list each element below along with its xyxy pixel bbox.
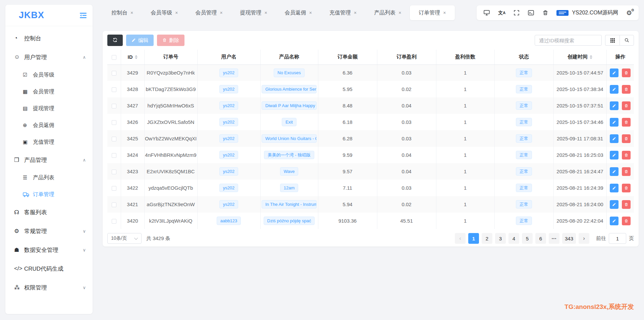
translate-icon[interactable]: 文A (498, 10, 505, 15)
search-button[interactable] (620, 35, 634, 46)
row-checkbox[interactable] (112, 87, 116, 92)
row-delete-button[interactable] (622, 134, 631, 143)
sidebar-item[interactable]: ☑ 会员等级 (5, 66, 93, 83)
column-header[interactable]: 盈利倍数 (436, 50, 494, 64)
sidebar-item[interactable]: ☗ 数据安全管理 ∨ (5, 240, 93, 259)
tab[interactable]: 订单管理 × (410, 5, 454, 20)
row-checkbox[interactable] (112, 170, 116, 174)
sidebar-item[interactable]: ▣ 充值管理 (5, 134, 93, 150)
tab[interactable]: 会员返佣 × (276, 5, 321, 20)
goto-page-input[interactable] (609, 233, 626, 244)
row-edit-button[interactable] (610, 134, 619, 143)
row-edit-button[interactable] (610, 85, 619, 94)
row-delete-button[interactable] (622, 118, 631, 127)
page-button[interactable]: 343 (562, 233, 576, 244)
row-checkbox[interactable] (112, 104, 116, 108)
row-delete-button[interactable] (622, 101, 631, 110)
row-edit-button[interactable] (610, 151, 619, 159)
username-badge[interactable]: ys202 (219, 151, 238, 159)
refresh-button[interactable] (107, 35, 123, 46)
row-delete-button[interactable] (622, 151, 631, 159)
product-badge[interactable]: In The Air Tonight - Instrume (262, 200, 317, 209)
fullscreen-icon[interactable] (514, 10, 520, 16)
page-button[interactable]: 1 (468, 233, 479, 244)
prev-page-button[interactable]: ‹ (455, 233, 466, 244)
terminal-icon[interactable] (528, 9, 534, 16)
row-delete-button[interactable] (622, 200, 631, 209)
sidebar-item[interactable]: ⚙ 常规管理 ∨ (5, 222, 93, 240)
tab[interactable]: 会员等级 × (142, 5, 186, 20)
row-checkbox[interactable] (112, 71, 116, 76)
sort-icon[interactable] (135, 55, 138, 59)
row-delete-button[interactable] (622, 167, 631, 176)
row-edit-button[interactable] (610, 101, 619, 110)
row-delete-button[interactable] (622, 184, 631, 192)
column-header[interactable]: 订单号 (144, 50, 197, 64)
row-checkbox[interactable] (112, 219, 116, 224)
username-badge[interactable]: ys202 (219, 184, 238, 192)
column-header[interactable]: 产品名称 (260, 50, 318, 64)
close-icon[interactable]: × (220, 10, 222, 15)
sort-icon[interactable] (590, 55, 592, 59)
close-icon[interactable]: × (398, 10, 401, 15)
close-icon[interactable]: × (443, 10, 446, 15)
sidebar-collapse-icon[interactable] (80, 12, 87, 18)
close-icon[interactable]: × (130, 10, 133, 15)
row-delete-button[interactable] (622, 217, 631, 225)
page-button[interactable]: ••• (549, 233, 559, 244)
delete-button[interactable]: 删除 (157, 35, 184, 46)
product-badge[interactable]: 12am (280, 184, 299, 192)
gear-icon[interactable]: ⚙⚙ (626, 10, 632, 16)
sidebar-item[interactable]: ▦ 会员管理 (5, 83, 93, 100)
close-icon[interactable]: × (309, 10, 312, 15)
sidebar-item[interactable]: ☰ 产品列表 (5, 169, 93, 186)
row-checkbox[interactable] (112, 153, 116, 158)
row-delete-button[interactable] (622, 85, 631, 94)
page-button[interactable]: 2 (482, 233, 492, 244)
page-button[interactable]: 6 (535, 233, 546, 244)
page-button[interactable]: 5 (522, 233, 533, 244)
username-badge[interactable]: ys202 (219, 167, 238, 176)
row-edit-button[interactable] (610, 167, 619, 176)
next-page-button[interactable]: › (579, 233, 589, 244)
row-edit-button[interactable] (610, 184, 619, 192)
username-badge[interactable]: ys202 (219, 101, 238, 110)
columns-grid-button[interactable] (605, 35, 620, 46)
tab[interactable]: 充值管理 × (321, 5, 365, 20)
row-checkbox[interactable] (112, 137, 116, 141)
tab[interactable]: 产品列表 × (365, 5, 410, 20)
row-edit-button[interactable] (610, 118, 619, 127)
row-checkbox[interactable] (112, 120, 116, 125)
product-badge[interactable]: Glorious Ambience for Serio (262, 85, 317, 94)
page-button[interactable]: 3 (495, 233, 506, 244)
page-size-select[interactable]: 10条/页 (107, 233, 142, 244)
username-badge[interactable]: ys202 (219, 200, 238, 209)
username-badge[interactable]: ys202 (219, 134, 238, 143)
edit-button[interactable]: 编辑 (126, 35, 154, 46)
sidebar-item[interactable]: </> CRUD代码生成 (5, 259, 93, 278)
username-badge[interactable]: aabb123 (217, 217, 241, 225)
row-delete-button[interactable] (622, 68, 631, 77)
username-badge[interactable]: ys202 (219, 118, 238, 127)
close-icon[interactable]: × (175, 10, 178, 15)
product-badge[interactable]: World Union No Guitars - O (262, 134, 317, 143)
row-edit-button[interactable] (610, 217, 619, 225)
column-header[interactable]: 订单金额 (318, 50, 377, 64)
product-badge[interactable]: Dziś późno pójdę spać (264, 217, 315, 225)
column-header[interactable]: 订单盈利 (377, 50, 436, 64)
tab[interactable]: 提现管理 × (231, 5, 276, 20)
sidebar-item[interactable]: ◔ 控制台 (5, 29, 93, 48)
row-checkbox[interactable] (112, 186, 116, 191)
sidebar-item[interactable]: 订单管理 (5, 186, 93, 203)
row-edit-button[interactable] (610, 200, 619, 209)
select-all-checkbox[interactable] (112, 55, 116, 60)
row-edit-button[interactable] (610, 68, 619, 77)
column-header[interactable]: 用户名 (197, 50, 260, 64)
tab[interactable]: 会员管理 × (186, 5, 231, 20)
search-input[interactable] (535, 35, 602, 46)
username-badge[interactable]: ys202 (219, 85, 238, 94)
close-icon[interactable]: × (354, 10, 357, 15)
sidebar-item[interactable]: ⁂ 权限管理 ∨ (5, 278, 93, 297)
product-badge[interactable]: Exit (282, 118, 297, 127)
page-button[interactable]: 4 (508, 233, 519, 244)
